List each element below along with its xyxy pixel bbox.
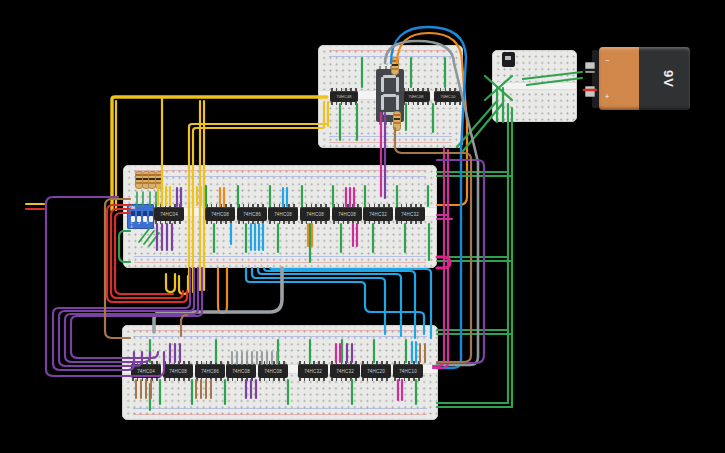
- wire-group-cyan[interactable]: [231, 188, 431, 362]
- wire-group-gray[interactable]: [154, 41, 478, 365]
- wire-group-magenta[interactable]: [336, 113, 452, 400]
- circuit-canvas: 74HC48 74HC08 74HC10 74HC04 74HC08 74HC8…: [0, 0, 725, 453]
- wires-layer: [0, 0, 725, 453]
